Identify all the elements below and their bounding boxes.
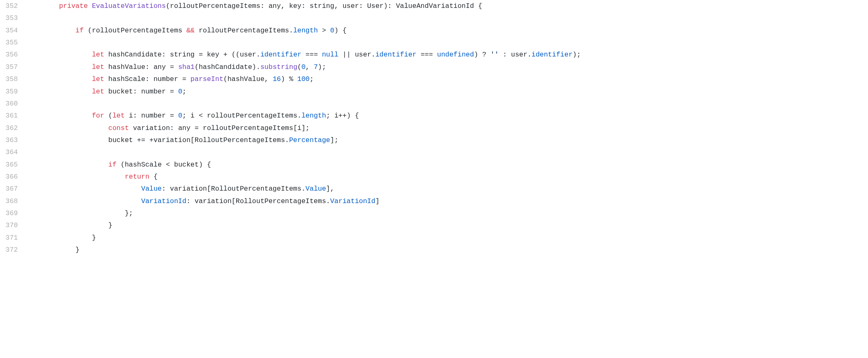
- code-token: identifier: [375, 51, 417, 59]
- line-number: 358: [0, 73, 18, 85]
- code-token: private: [59, 2, 92, 10]
- code-token: if: [76, 27, 88, 34]
- line-number: 356: [0, 49, 18, 61]
- code-line[interactable]: let bucket: number = 0;: [26, 86, 868, 98]
- code-line[interactable]: let hashScale: number = parseInt(hashVal…: [26, 73, 868, 85]
- code-token: ;: [310, 75, 314, 83]
- code-line[interactable]: [26, 12, 868, 24]
- line-number: 361: [0, 110, 18, 122]
- code-token: (hashScale < bucket) {: [121, 161, 211, 169]
- code-token: ===: [417, 51, 437, 59]
- code-token: );: [573, 51, 581, 59]
- line-number: 371: [0, 232, 18, 244]
- line-number: 370: [0, 219, 18, 231]
- code-token: const: [108, 124, 133, 132]
- code-line[interactable]: if (hashScale < bucket) {: [26, 159, 868, 171]
- code-line[interactable]: Value: variation[RolloutPercentageItems.…: [26, 183, 868, 195]
- code-token: (hashCandidate).: [195, 63, 260, 71]
- code-token: 100: [297, 75, 310, 83]
- code-line[interactable]: [26, 98, 868, 110]
- code-token: || user.: [339, 51, 375, 59]
- code-token: ) {: [334, 27, 347, 34]
- code-token: : variation[RolloutPercentageItems.: [186, 197, 330, 205]
- code-token: 0: [178, 88, 182, 96]
- code-line[interactable]: [26, 146, 868, 158]
- line-number: 354: [0, 25, 18, 37]
- code-token: rolloutPercentageItems.: [195, 27, 293, 34]
- line-number: 353: [0, 12, 18, 24]
- code-line[interactable]: [26, 37, 868, 49]
- code-token: 0: [178, 112, 182, 120]
- code-line[interactable]: let hashCandidate: string = key + ((user…: [26, 49, 868, 61]
- code-token: identifier: [260, 51, 301, 59]
- code-token: hashScale: number =: [108, 75, 190, 83]
- code-token: (rolloutPercentageItems: any, key: strin…: [166, 2, 482, 10]
- line-number: 372: [0, 244, 18, 256]
- code-token: VariationId: [141, 197, 186, 205]
- code-token: substring: [260, 63, 297, 71]
- code-view: 3523533543553563573583593603613623633643…: [0, 0, 868, 256]
- code-token: ];: [330, 136, 339, 144]
- code-line[interactable]: VariationId: variation[RolloutPercentage…: [26, 195, 868, 207]
- line-number: 367: [0, 183, 18, 195]
- code-token: undefined: [437, 51, 474, 59]
- code-line[interactable]: const variation: any = rolloutPercentage…: [26, 122, 868, 134]
- code-token: Value: [305, 185, 326, 193]
- code-line[interactable]: }: [26, 232, 868, 244]
- line-number: 355: [0, 37, 18, 49]
- code-token: length: [293, 27, 318, 34]
- code-token: ;: [182, 88, 186, 96]
- code-token: let: [92, 51, 108, 59]
- code-token: let: [92, 63, 108, 71]
- code-token: hashValue: any =: [108, 63, 178, 71]
- code-token: 7: [314, 63, 318, 71]
- code-token: ,: [305, 63, 314, 71]
- code-token: 16: [273, 75, 281, 83]
- line-number: 369: [0, 207, 18, 219]
- code-token: bucket: number =: [108, 88, 178, 96]
- code-token: );: [318, 63, 326, 71]
- code-token: if: [108, 161, 121, 169]
- line-number: 363: [0, 134, 18, 146]
- code-token: {: [154, 173, 158, 181]
- code-token: hashCandidate: string = key + ((user.: [108, 51, 260, 59]
- code-token: identifier: [532, 51, 573, 59]
- code-token: }: [76, 246, 80, 254]
- code-token: Percentage: [289, 136, 330, 144]
- code-content[interactable]: private EvaluateVariations(rolloutPercen…: [23, 0, 868, 256]
- code-token: variation: any = rolloutPercentageItems[…: [133, 124, 310, 132]
- code-token: ],: [326, 185, 334, 193]
- line-number: 362: [0, 122, 18, 134]
- code-token: EvaluateVariations: [92, 2, 166, 10]
- code-token: let: [92, 88, 108, 96]
- code-line[interactable]: if (rolloutPercentageItems && rolloutPer…: [26, 25, 868, 37]
- code-token: length: [301, 112, 326, 120]
- code-token: >: [318, 27, 330, 34]
- code-token: return: [125, 173, 154, 181]
- code-line[interactable]: };: [26, 207, 868, 219]
- line-number: 359: [0, 86, 18, 98]
- code-token: ) %: [281, 75, 297, 83]
- code-token: 0: [301, 63, 305, 71]
- code-line[interactable]: }: [26, 219, 868, 231]
- code-line[interactable]: private EvaluateVariations(rolloutPercen…: [26, 0, 868, 12]
- code-token: null: [322, 51, 339, 59]
- code-line[interactable]: let hashValue: any = sha1(hashCandidate)…: [26, 61, 868, 73]
- code-token: ; i < rolloutPercentageItems.: [182, 112, 301, 120]
- code-line[interactable]: for (let i: number = 0; i < rolloutPerce…: [26, 110, 868, 122]
- code-token: VariationId: [330, 197, 375, 205]
- code-token: ===: [301, 51, 322, 59]
- code-token: (rolloutPercentageItems: [88, 27, 187, 34]
- code-token: 0: [330, 27, 334, 34]
- line-number: 366: [0, 171, 18, 183]
- code-line[interactable]: }: [26, 244, 868, 256]
- code-token: i: number =: [129, 112, 178, 120]
- code-token: };: [125, 209, 133, 217]
- code-line[interactable]: bucket += +variation[RolloutPercentageIt…: [26, 134, 868, 146]
- line-number: 360: [0, 98, 18, 110]
- code-token: let: [112, 112, 129, 120]
- code-line[interactable]: return {: [26, 171, 868, 183]
- code-token: bucket += +variation[RolloutPercentageIt…: [108, 136, 289, 144]
- code-token: }: [92, 234, 96, 242]
- code-token: for: [92, 112, 108, 120]
